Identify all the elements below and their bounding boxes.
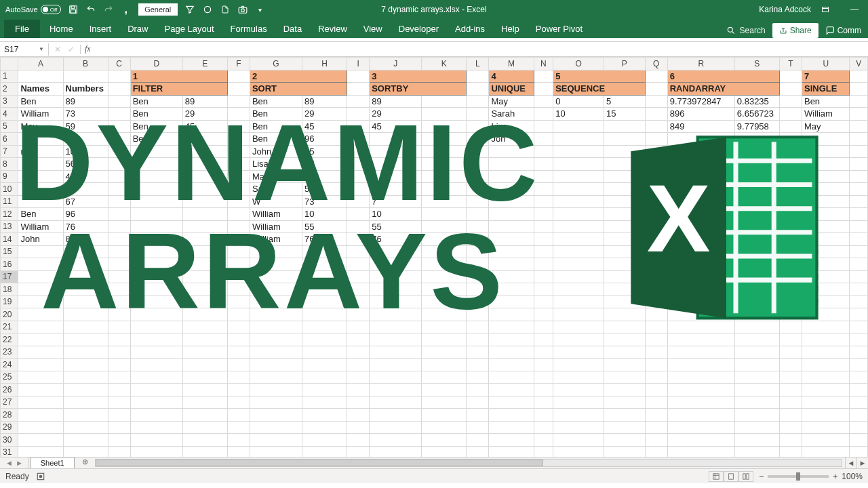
cell[interactable]: William: [802, 108, 850, 121]
cell[interactable]: May: [489, 95, 534, 108]
cell[interactable]: 2: [63, 133, 108, 146]
cell[interactable]: [553, 233, 604, 246]
cell[interactable]: [227, 371, 250, 384]
cell[interactable]: 15: [604, 108, 646, 121]
cell[interactable]: [534, 321, 553, 333]
touch-mouse-icon[interactable]: [202, 4, 213, 15]
cell[interactable]: [734, 384, 779, 396]
cell[interactable]: [467, 446, 489, 457]
cell[interactable]: [645, 208, 667, 221]
cell[interactable]: [645, 183, 667, 196]
cell[interactable]: 96: [63, 208, 108, 221]
cell[interactable]: [534, 83, 553, 96]
cell[interactable]: [534, 396, 553, 409]
cell[interactable]: [108, 133, 130, 146]
cell[interactable]: Ben: [250, 108, 302, 121]
cell[interactable]: [250, 421, 302, 434]
cell[interactable]: UNIQUE: [489, 83, 534, 96]
cell[interactable]: [850, 195, 868, 208]
cell[interactable]: [227, 333, 250, 346]
cell[interactable]: [63, 359, 108, 371]
cell[interactable]: [553, 396, 604, 409]
cell[interactable]: [347, 108, 370, 121]
cell[interactable]: 59: [302, 170, 347, 183]
cell[interactable]: 89: [370, 95, 422, 108]
cell[interactable]: [227, 195, 250, 208]
cell[interactable]: [553, 183, 604, 196]
cell[interactable]: [422, 434, 467, 447]
cell[interactable]: [553, 371, 604, 384]
row-header[interactable]: 15: [1, 245, 18, 258]
cell[interactable]: [108, 434, 130, 447]
cell[interactable]: [534, 371, 553, 384]
row-header[interactable]: 24: [1, 359, 18, 371]
cell[interactable]: [18, 371, 63, 384]
cell[interactable]: [534, 195, 553, 208]
cell[interactable]: [534, 346, 553, 359]
cell[interactable]: [534, 183, 553, 196]
cell[interactable]: W: [250, 195, 302, 208]
cell[interactable]: [645, 333, 667, 346]
cell[interactable]: [779, 220, 802, 233]
cell[interactable]: [227, 220, 250, 233]
cell[interactable]: [667, 245, 734, 258]
cell[interactable]: 0: [553, 95, 604, 108]
cell[interactable]: 849: [667, 120, 734, 133]
cell[interactable]: Numbers: [63, 83, 108, 96]
cell[interactable]: [182, 346, 227, 359]
cell[interactable]: [63, 446, 108, 457]
cell[interactable]: [182, 308, 227, 321]
cell[interactable]: 3: [370, 70, 467, 83]
name-box[interactable]: S17 ▼: [0, 43, 49, 56]
cell[interactable]: [108, 384, 130, 396]
cell[interactable]: [302, 359, 347, 371]
cell[interactable]: [802, 333, 850, 346]
cell[interactable]: [604, 409, 646, 422]
cell[interactable]: [182, 371, 227, 384]
cell[interactable]: [422, 220, 467, 233]
cell[interactable]: [850, 70, 868, 83]
cell[interactable]: [667, 170, 734, 183]
cell[interactable]: [347, 333, 370, 346]
tab-help[interactable]: Help: [493, 20, 528, 38]
cell[interactable]: [467, 346, 489, 359]
cell[interactable]: [18, 396, 63, 409]
cell[interactable]: [604, 296, 646, 308]
cell[interactable]: [734, 208, 779, 221]
sheet-tab-sheet1[interactable]: Sheet1: [31, 457, 75, 468]
cell[interactable]: [734, 308, 779, 321]
cell[interactable]: [489, 258, 534, 271]
cell[interactable]: [553, 421, 604, 434]
cell[interactable]: [18, 333, 63, 346]
cell[interactable]: [645, 421, 667, 434]
cell[interactable]: William: [18, 220, 63, 233]
cell[interactable]: [489, 446, 534, 457]
cell[interactable]: [182, 409, 227, 422]
cell[interactable]: [553, 434, 604, 447]
tab-formulas[interactable]: Formulas: [222, 20, 275, 38]
cell[interactable]: [779, 120, 802, 133]
select-all-corner[interactable]: [1, 58, 18, 70]
cell[interactable]: [422, 283, 467, 296]
cell[interactable]: [130, 283, 182, 296]
cell[interactable]: [347, 170, 370, 183]
cell[interactable]: [734, 421, 779, 434]
cell[interactable]: [227, 108, 250, 121]
cell[interactable]: [667, 195, 734, 208]
cell[interactable]: William: [250, 208, 302, 221]
cell[interactable]: [604, 359, 646, 371]
cell[interactable]: [18, 158, 63, 171]
row-header[interactable]: 12: [1, 208, 18, 221]
cell[interactable]: [553, 409, 604, 422]
cell[interactable]: [734, 183, 779, 196]
new-file-icon[interactable]: [220, 4, 231, 15]
cell[interactable]: [302, 321, 347, 333]
cell[interactable]: [553, 333, 604, 346]
cell[interactable]: [467, 434, 489, 447]
cell[interactable]: [734, 233, 779, 246]
cell[interactable]: 73: [63, 108, 108, 121]
fx-icon[interactable]: fx: [81, 44, 95, 54]
cell[interactable]: [850, 183, 868, 196]
cell[interactable]: 29: [182, 108, 227, 121]
cell[interactable]: [182, 158, 227, 171]
